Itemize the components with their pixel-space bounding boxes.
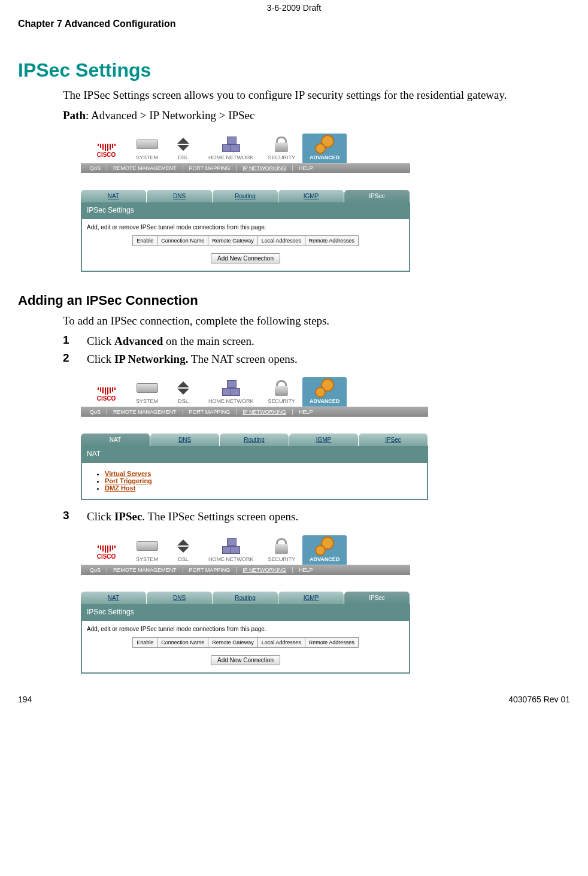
- subnav-port-mapping[interactable]: PORT MAPPING: [183, 165, 237, 171]
- nav-home-network[interactable]: HOME NETWORK: [201, 135, 261, 163]
- col-remote-addresses: Remote Addresses: [305, 637, 358, 647]
- tab-dns[interactable]: DNS: [147, 190, 213, 202]
- sub-navbar: QoS REMOTE MANAGEMENT PORT MAPPING IP NE…: [81, 163, 410, 173]
- subnav-port-mapping[interactable]: PORT MAPPING: [183, 567, 237, 573]
- doc-revision: 4030765 Rev 01: [508, 695, 570, 704]
- page-number: 194: [18, 695, 32, 704]
- tab-igmp[interactable]: IGMP: [278, 592, 344, 604]
- top-navbar-3: CISCO SYSTEM DSL HOME NETWORK SECURITY A…: [81, 534, 410, 565]
- tab-dns[interactable]: DNS: [147, 592, 213, 604]
- subnav-qos[interactable]: QoS: [84, 409, 107, 415]
- cisco-logo: CISCO: [90, 545, 123, 565]
- subnav-port-mapping[interactable]: PORT MAPPING: [183, 409, 237, 415]
- sub-navbar-nat: QoS REMOTE MANAGEMENT PORT MAPPING IP NE…: [81, 407, 428, 417]
- subnav-help[interactable]: HELP: [293, 409, 319, 415]
- nav-security[interactable]: SECURITY: [261, 135, 303, 163]
- nav-dsl[interactable]: DSL: [165, 379, 201, 407]
- tab-igmp[interactable]: IGMP: [278, 190, 344, 202]
- path-line: Path: Advanced > IP Networking > IPSec: [63, 108, 570, 123]
- col-connection-name: Connection Name: [157, 637, 208, 647]
- top-navbar: CISCO SYSTEM DSL HOME NETWORK SECURITY A…: [81, 132, 410, 163]
- tab-routing[interactable]: Routing: [220, 434, 289, 446]
- tab-dns[interactable]: DNS: [150, 434, 220, 446]
- link-dmz-host[interactable]: DMZ Host: [105, 484, 135, 492]
- nav-advanced[interactable]: ADVANCED: [302, 134, 347, 163]
- subnav-qos[interactable]: QoS: [84, 165, 107, 171]
- subnav-ip-networking[interactable]: IP NETWORKING: [237, 165, 293, 171]
- tab-routing[interactable]: Routing: [213, 190, 278, 202]
- panel-header-ipsec: IPSec Settings: [81, 202, 410, 218]
- nav-dsl[interactable]: DSL: [165, 135, 201, 163]
- subnav-ip-networking[interactable]: IP NETWORKING: [237, 409, 293, 415]
- step-num-2: 2: [63, 351, 87, 367]
- col-local-addresses: Local Addresses: [257, 637, 305, 647]
- sub-navbar-3: QoS REMOTE MANAGEMENT PORT MAPPING IP NE…: [81, 565, 410, 575]
- section-title: IPSec Settings: [18, 59, 570, 81]
- section-intro: The IPSec Settings screen allows you to …: [63, 87, 570, 103]
- col-remote-gateway: Remote Gateway: [208, 637, 258, 647]
- col-remote-gateway: Remote Gateway: [208, 236, 258, 246]
- path-label: Path: [63, 109, 86, 122]
- tab-nat[interactable]: NAT: [81, 190, 147, 202]
- subnav-qos[interactable]: QoS: [84, 567, 107, 573]
- nav-home-network[interactable]: HOME NETWORK: [201, 379, 261, 407]
- cisco-logo: CISCO: [90, 144, 123, 163]
- step-1: 1 Click Advanced on the main screen.: [63, 334, 570, 349]
- screenshot-nat: CISCO SYSTEM DSL HOME NETWORK SECURITY A…: [81, 375, 428, 500]
- subnav-help[interactable]: HELP: [293, 165, 319, 171]
- nav-system[interactable]: SYSTEM: [129, 379, 165, 407]
- chapter-header: Chapter 7 Advanced Configuration: [18, 19, 570, 29]
- nav-advanced[interactable]: ADVANCED: [302, 535, 347, 565]
- tab-ipsec[interactable]: IPSec: [359, 434, 428, 446]
- step-num-3: 3: [63, 509, 87, 525]
- top-navbar-nat: CISCO SYSTEM DSL HOME NETWORK SECURITY A…: [81, 375, 428, 407]
- ipsec-table: Enable Connection Name Remote Gateway Lo…: [132, 235, 359, 246]
- subnav-help[interactable]: HELP: [293, 567, 319, 573]
- step-num-1: 1: [63, 334, 87, 349]
- tab-row-3: NAT DNS Routing IGMP IPSec: [81, 592, 410, 604]
- nav-security[interactable]: SECURITY: [261, 379, 303, 407]
- link-port-triggering[interactable]: Port Triggering: [105, 477, 152, 484]
- add-new-connection-button[interactable]: Add New Connection: [211, 655, 280, 665]
- subnav-remote-management[interactable]: REMOTE MANAGEMENT: [107, 165, 183, 171]
- screenshot-ipsec-settings-2: CISCO SYSTEM DSL HOME NETWORK SECURITY A…: [81, 534, 410, 674]
- step-3: 3 Click IPSec. The IPSec Settings screen…: [63, 509, 570, 525]
- nav-home-network[interactable]: HOME NETWORK: [201, 537, 261, 565]
- draft-header: 3-6-2009 Draft: [18, 0, 570, 13]
- path-value: : Advanced > IP Networking > IPSec: [86, 109, 254, 122]
- tab-ipsec[interactable]: IPSec: [344, 592, 410, 604]
- panel-header-nat: NAT: [81, 446, 428, 462]
- nav-dsl[interactable]: DSL: [165, 537, 201, 565]
- nav-system[interactable]: SYSTEM: [129, 135, 165, 163]
- tab-routing[interactable]: Routing: [213, 592, 278, 604]
- col-connection-name: Connection Name: [157, 236, 208, 246]
- col-local-addresses: Local Addresses: [257, 236, 305, 246]
- tab-nat[interactable]: NAT: [81, 434, 150, 446]
- subsection-intro: To add an IPSec connection, complete the…: [63, 313, 570, 329]
- col-enable: Enable: [133, 236, 157, 246]
- ipsec-note: Add, edit or remove IPSec tunnel mode co…: [87, 224, 404, 231]
- subnav-ip-networking[interactable]: IP NETWORKING: [237, 567, 293, 573]
- tab-row: NAT DNS Routing IGMP IPSec: [81, 190, 410, 202]
- link-virtual-servers[interactable]: Virtual Servers: [105, 470, 151, 477]
- panel-header-ipsec-3: IPSec Settings: [81, 604, 410, 620]
- subsection-title: Adding an IPSec Connection: [18, 293, 570, 308]
- cisco-logo: CISCO: [90, 387, 123, 407]
- step-2: 2 Click IP Networking. The NAT screen op…: [63, 351, 570, 367]
- tab-igmp[interactable]: IGMP: [289, 434, 359, 446]
- tab-nat[interactable]: NAT: [81, 592, 147, 604]
- nav-system[interactable]: SYSTEM: [129, 537, 165, 565]
- col-remote-addresses: Remote Addresses: [305, 236, 358, 246]
- ipsec-table-3: Enable Connection Name Remote Gateway Lo…: [132, 637, 359, 648]
- panel-body-ipsec: Add, edit or remove IPSec tunnel mode co…: [81, 218, 410, 272]
- tab-row-nat: NAT DNS Routing IGMP IPSec: [81, 434, 428, 446]
- tab-ipsec[interactable]: IPSec: [344, 190, 410, 202]
- panel-body-ipsec-3: Add, edit or remove IPSec tunnel mode co…: [81, 620, 410, 674]
- subnav-remote-management[interactable]: REMOTE MANAGEMENT: [107, 409, 183, 415]
- nav-advanced[interactable]: ADVANCED: [302, 377, 347, 407]
- subnav-remote-management[interactable]: REMOTE MANAGEMENT: [107, 567, 183, 573]
- nav-security[interactable]: SECURITY: [261, 537, 303, 565]
- add-new-connection-button[interactable]: Add New Connection: [211, 253, 280, 263]
- panel-body-nat: Virtual Servers Port Triggering DMZ Host: [81, 462, 428, 500]
- ipsec-note-3: Add, edit or remove IPSec tunnel mode co…: [87, 626, 404, 632]
